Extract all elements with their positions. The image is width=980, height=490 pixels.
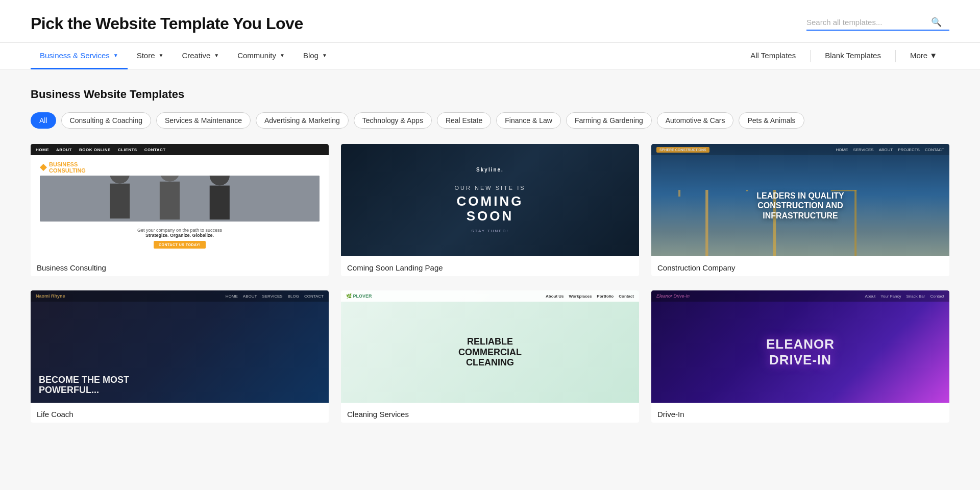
svg-rect-13 [854, 190, 856, 256]
template-thumb-5: 🌿 PLOVER About Us Workplaces Portfolio C… [341, 290, 639, 403]
nav-label-business: Business & Services [40, 51, 110, 60]
template-label-drive-in: Drive-In [651, 403, 949, 423]
template-card-drive-in[interactable]: Eleanor Drive-In About Your Fancy Snack … [651, 290, 949, 423]
chevron-down-icon: ▼ [214, 53, 219, 58]
svg-rect-9 [678, 190, 680, 197]
template-card-coach[interactable]: Naomi Rhyne HOME ABOUT SERVICES BLOG CON… [31, 290, 329, 423]
page-header: Pick the Website Template You Love 🔍 [0, 0, 980, 43]
page-title: Pick the Website Template You Love [31, 14, 303, 33]
template-card-cleaning[interactable]: 🌿 PLOVER About Us Workplaces Portfolio C… [341, 290, 639, 423]
filter-row: All Consulting & Coaching Services & Mai… [31, 112, 949, 129]
nav-right: All Templates Blank Templates More ▼ [738, 43, 949, 69]
filter-automotive[interactable]: Automotive & Cars [657, 112, 734, 129]
template-thumb-4: Naomi Rhyne HOME ABOUT SERVICES BLOG CON… [31, 290, 329, 403]
chevron-down-icon: ▼ [159, 53, 164, 58]
chevron-down-icon: ▼ [322, 53, 327, 58]
filter-farming[interactable]: Farming & Gardening [566, 112, 652, 129]
nav-all-templates[interactable]: All Templates [738, 43, 808, 69]
nav-divider-2 [895, 50, 896, 62]
nav-item-creative[interactable]: Creative ▼ [173, 43, 228, 69]
template-card-business-consulting[interactable]: HOMEABOUTBOOK ONLINECLIENTSCONTACT BUSIN… [31, 144, 329, 276]
filter-real-estate[interactable]: Real Estate [437, 112, 491, 129]
nav-label-community: Community [237, 51, 276, 60]
search-button[interactable]: 🔍 [929, 17, 944, 28]
filter-consulting[interactable]: Consulting & Coaching [61, 112, 151, 129]
template-label-construction: Construction Company [651, 256, 949, 276]
search-input[interactable] [806, 18, 929, 27]
svg-rect-12 [746, 190, 748, 191]
chevron-down-icon: ▼ [113, 53, 118, 58]
template-thumb-3: SPHERE CONSTRUCTIONS HOME SERVICES ABOUT… [651, 144, 949, 256]
filter-all[interactable]: All [31, 112, 56, 129]
nav-label-blog: Blog [303, 51, 318, 60]
nav-item-blog[interactable]: Blog ▼ [294, 43, 336, 69]
nav-left: Business & Services ▼ Store ▼ Creative ▼… [31, 43, 336, 69]
filter-finance[interactable]: Finance & Law [496, 112, 561, 129]
svg-rect-2 [110, 184, 130, 219]
nav-item-store[interactable]: Store ▼ [128, 43, 173, 69]
template-thumb-6: Eleanor Drive-In About Your Fancy Snack … [651, 290, 949, 403]
nav-bar: Business & Services ▼ Store ▼ Creative ▼… [0, 43, 980, 69]
filter-advertising[interactable]: Advertising & Marketing [256, 112, 349, 129]
nav-blank-templates[interactable]: Blank Templates [813, 43, 893, 69]
chevron-down-icon: ▼ [280, 53, 285, 58]
svg-rect-6 [210, 186, 230, 220]
filter-pets[interactable]: Pets & Animals [739, 112, 804, 129]
nav-divider [810, 50, 811, 62]
nav-item-community[interactable]: Community ▼ [228, 43, 294, 69]
nav-label-store: Store [137, 51, 155, 60]
nav-label-creative: Creative [182, 51, 210, 60]
template-label-cleaning: Cleaning Services [341, 403, 639, 423]
svg-rect-7 [705, 190, 708, 256]
template-thumb-2: Skyline. OUR NEW SITE IS COMINGSOON STAY… [341, 144, 639, 256]
filter-technology[interactable]: Technology & Apps [354, 112, 432, 129]
template-thumb-1: HOMEABOUTBOOK ONLINECLIENTSCONTACT BUSIN… [31, 144, 329, 256]
template-label-coming-soon: Coming Soon Landing Page [341, 256, 639, 276]
filter-services[interactable]: Services & Maintenance [156, 112, 251, 129]
template-label-coach: Life Coach [31, 403, 329, 423]
chevron-down-icon: ▼ [929, 51, 937, 60]
nav-more[interactable]: More ▼ [898, 43, 949, 69]
template-card-construction[interactable]: SPHERE CONSTRUCTIONS HOME SERVICES ABOUT… [651, 144, 949, 276]
template-label-business-consulting: Business Consulting [31, 256, 329, 276]
section-title: Business Website Templates [31, 88, 949, 101]
template-card-coming-soon[interactable]: Skyline. OUR NEW SITE IS COMINGSOON STAY… [341, 144, 639, 276]
svg-rect-4 [160, 182, 180, 219]
nav-item-business[interactable]: Business & Services ▼ [31, 43, 128, 69]
main-content: Business Website Templates All Consultin… [0, 69, 980, 443]
search-container: 🔍 [806, 17, 949, 31]
template-grid: HOMEABOUTBOOK ONLINECLIENTSCONTACT BUSIN… [31, 144, 949, 423]
